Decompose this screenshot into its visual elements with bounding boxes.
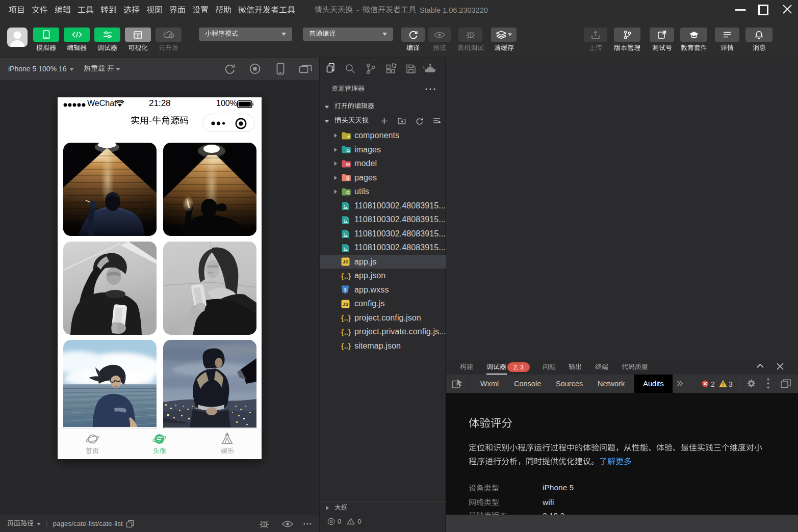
svg-text:JS: JS bbox=[343, 259, 348, 264]
svg-text:{..}: {..} bbox=[341, 314, 351, 322]
svg-text:JS: JS bbox=[343, 302, 348, 307]
svg-text:{..}: {..} bbox=[341, 272, 351, 280]
svg-text:{..}: {..} bbox=[341, 328, 351, 336]
svg-text:3: 3 bbox=[344, 287, 346, 292]
svg-text:{..}: {..} bbox=[341, 342, 351, 350]
